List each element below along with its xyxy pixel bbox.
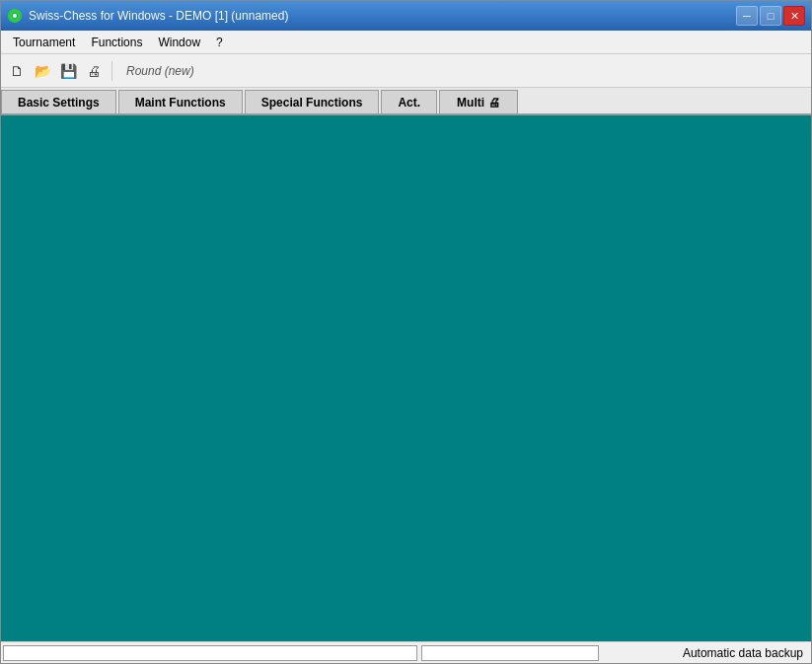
menu-functions[interactable]: Functions — [83, 34, 150, 51]
title-bar-controls: ─ □ ✕ — [736, 6, 805, 26]
tab-basic-settings[interactable]: Basic Settings — [1, 90, 116, 113]
maximize-button[interactable]: □ — [760, 6, 781, 26]
save-button[interactable]: 💾 — [56, 59, 80, 83]
tab-maint-functions[interactable]: Maint Functions — [118, 90, 243, 113]
tab-bar: Basic Settings Maint Functions Special F… — [1, 88, 811, 115]
tab-special-functions[interactable]: Special Functions — [245, 90, 380, 113]
title-bar: Swiss-Chess for Windows - DEMO [1] (unna… — [1, 1, 811, 31]
status-bar: Automatic data backup — [1, 641, 811, 663]
minimize-button[interactable]: ─ — [736, 6, 758, 26]
status-progress-right — [421, 645, 599, 661]
open-folder-icon: 📂 — [35, 63, 51, 79]
new-file-icon: 🗋 — [10, 63, 24, 79]
round-label: Round (new) — [118, 64, 202, 78]
status-progress-left — [3, 645, 417, 661]
multi-label: Multi — [457, 96, 484, 110]
status-text: Automatic data backup — [601, 646, 811, 660]
window-title: Swiss-Chess for Windows - DEMO [1] (unna… — [29, 9, 288, 23]
multi-icon: 🖨 — [488, 96, 500, 110]
close-button[interactable]: ✕ — [783, 6, 805, 26]
menu-help[interactable]: ? — [208, 34, 231, 51]
toolbar-separator — [111, 61, 112, 81]
toolbar: 🗋 📂 💾 🖨 Round (new) — [1, 54, 811, 88]
menu-bar: Tournament Functions Window ? — [1, 31, 811, 54]
menu-window[interactable]: Window — [150, 34, 208, 51]
menu-tournament[interactable]: Tournament — [5, 34, 83, 51]
title-bar-left: Swiss-Chess for Windows - DEMO [1] (unna… — [7, 8, 288, 24]
main-content-area — [1, 115, 811, 641]
new-file-button[interactable]: 🗋 — [5, 59, 29, 83]
save-icon: 💾 — [60, 63, 77, 79]
print-icon: 🖨 — [87, 63, 101, 79]
svg-point-1 — [13, 14, 17, 18]
tab-multi[interactable]: Multi 🖨 — [439, 90, 518, 113]
main-window: Swiss-Chess for Windows - DEMO [1] (unna… — [0, 0, 812, 664]
app-icon — [7, 8, 23, 24]
open-button[interactable]: 📂 — [31, 59, 54, 83]
print-button[interactable]: 🖨 — [82, 59, 106, 83]
tab-act[interactable]: Act. — [381, 90, 437, 113]
